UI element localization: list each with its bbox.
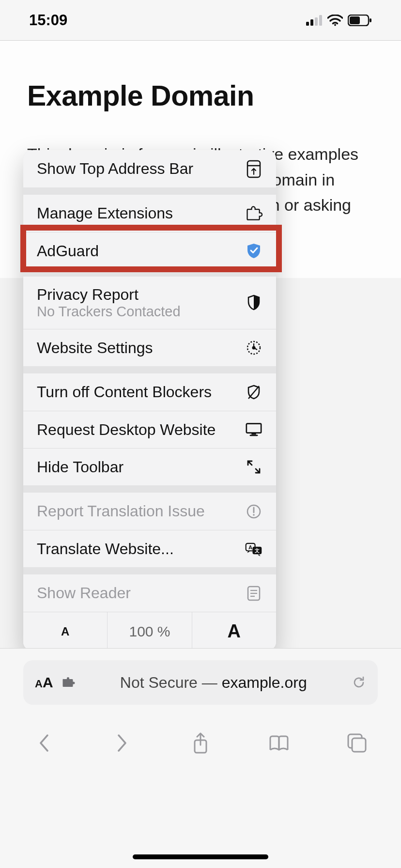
shield-check-icon: [245, 242, 262, 260]
menu-translate-website[interactable]: Translate Website... A文: [23, 530, 276, 567]
svg-rect-7: [350, 16, 360, 24]
svg-text:文: 文: [254, 548, 260, 553]
menu-adguard[interactable]: AdGuard: [23, 232, 276, 269]
svg-rect-2: [315, 17, 318, 26]
puzzle-icon: [245, 205, 262, 222]
home-indicator[interactable]: [133, 854, 268, 859]
tabs-button[interactable]: [342, 728, 371, 758]
bookmarks-button[interactable]: [264, 728, 293, 758]
menu-label: Show Top Address Bar: [37, 160, 245, 178]
svg-point-20: [253, 514, 255, 516]
zoom-value: 100 %: [108, 612, 192, 651]
svg-rect-31: [352, 738, 366, 752]
zoom-row: A 100 % A: [23, 612, 276, 651]
reader-icon: [245, 585, 262, 602]
menu-turn-off-content-blockers[interactable]: Turn off Content Blockers: [23, 373, 276, 411]
svg-rect-17: [249, 434, 258, 436]
menu-label: Manage Extensions: [37, 204, 245, 222]
puzzle-small-icon[interactable]: [62, 676, 76, 689]
address-bar-top-icon: [245, 160, 262, 178]
svg-rect-15: [247, 424, 261, 433]
menu-label: Privacy Report: [37, 286, 181, 304]
menu-label: Website Settings: [37, 339, 245, 357]
svg-rect-16: [251, 434, 256, 435]
zoom-increase[interactable]: A: [192, 612, 276, 651]
exclamation-circle-icon: [245, 503, 262, 520]
zoom-decrease[interactable]: A: [23, 612, 108, 651]
menu-hide-toolbar[interactable]: Hide Toolbar: [23, 448, 276, 485]
menu-request-desktop[interactable]: Request Desktop Website: [23, 411, 276, 448]
address-text: Not Secure — example.org: [84, 674, 343, 692]
svg-rect-3: [319, 15, 322, 26]
battery-icon: [348, 15, 372, 26]
address-bar[interactable]: AA Not Secure — example.org: [23, 660, 378, 705]
share-button[interactable]: [186, 728, 215, 758]
menu-label: Translate Website...: [37, 540, 245, 558]
menu-show-reader: Show Reader: [23, 574, 276, 612]
shield-half-icon: [245, 294, 262, 311]
menu-privacy-report[interactable]: Privacy Report No Trackers Contacted: [23, 277, 276, 329]
wifi-icon: [327, 15, 343, 26]
menu-label: Turn off Content Blockers: [37, 383, 245, 401]
back-button[interactable]: [30, 728, 59, 758]
page-title: Example Domain: [27, 79, 374, 112]
gear-icon: [245, 339, 262, 356]
menu-manage-extensions[interactable]: Manage Extensions: [23, 195, 276, 232]
svg-rect-0: [306, 22, 309, 26]
aa-button[interactable]: AA: [35, 674, 53, 691]
status-indicators: [306, 15, 372, 26]
status-bar: 15:09: [0, 0, 401, 41]
arrows-expand-icon: [245, 458, 262, 476]
svg-point-4: [334, 24, 336, 26]
shield-slash-icon: [245, 384, 262, 401]
svg-text:A: A: [248, 544, 252, 550]
menu-report-translation: Report Translation Issue: [23, 493, 276, 530]
menu-website-settings[interactable]: Website Settings: [23, 329, 276, 366]
status-time: 15:09: [29, 12, 67, 29]
browser-toolbar: [0, 721, 401, 765]
menu-sublabel: No Trackers Contacted: [37, 304, 181, 320]
forward-button[interactable]: [108, 728, 137, 758]
menu-label: Request Desktop Website: [37, 421, 245, 439]
menu-show-top-address-bar[interactable]: Show Top Address Bar: [23, 150, 276, 187]
reload-icon[interactable]: [352, 675, 366, 690]
menu-label: Hide Toolbar: [37, 458, 245, 476]
svg-rect-1: [310, 19, 313, 26]
svg-rect-6: [370, 18, 371, 22]
menu-label: AdGuard: [37, 242, 245, 260]
aa-menu-popup: Show Top Address Bar Manage Extensions A…: [23, 150, 276, 651]
menu-label: Report Translation Issue: [37, 502, 245, 520]
desktop-icon: [245, 421, 262, 438]
translate-icon: A文: [245, 540, 262, 558]
menu-label: Show Reader: [37, 584, 245, 602]
bottom-area: AA Not Secure — example.org: [0, 648, 401, 868]
cellular-icon: [306, 15, 323, 26]
